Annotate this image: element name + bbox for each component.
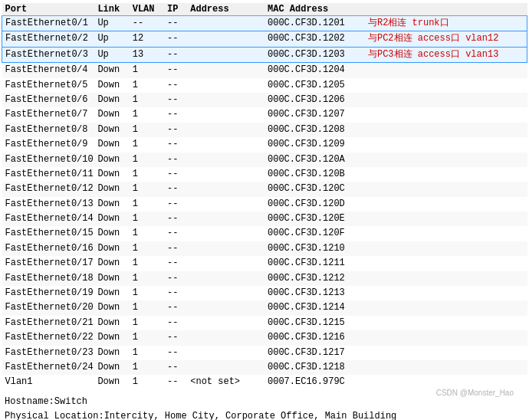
cell-vlan: 1 bbox=[130, 271, 164, 286]
cell-note bbox=[365, 226, 527, 241]
cell-link: Down bbox=[94, 153, 129, 167]
cell-link: Up bbox=[94, 47, 129, 62]
table-row: FastEthernet0/8Down1--000C.CF3D.1208 bbox=[2, 123, 527, 137]
cell-mac: 0007.EC16.979C bbox=[264, 375, 365, 389]
cell-link: Down bbox=[94, 375, 129, 389]
cell-addr bbox=[187, 271, 264, 286]
cell-mac: 000C.CF3D.1215 bbox=[264, 316, 365, 330]
cell-mac: 000C.CF3D.1208 bbox=[264, 123, 365, 137]
cell-vlan: 1 bbox=[130, 346, 164, 360]
cell-ip: -- bbox=[164, 31, 187, 47]
cell-mac: 000C.CF3D.1205 bbox=[264, 78, 365, 93]
cell-link: Up bbox=[94, 16, 129, 31]
cell-addr bbox=[187, 16, 264, 31]
cell-vlan: 1 bbox=[130, 123, 164, 137]
cell-addr bbox=[187, 93, 264, 107]
col-header-port: Port bbox=[2, 3, 95, 16]
table-row: FastEthernet0/21Down1--000C.CF3D.1215 bbox=[2, 316, 527, 330]
cell-note bbox=[365, 286, 527, 300]
cell-vlan: 1 bbox=[130, 78, 164, 93]
cell-ip: -- bbox=[164, 256, 187, 271]
cell-addr bbox=[187, 360, 264, 375]
cell-ip: -- bbox=[164, 123, 187, 137]
cell-addr bbox=[187, 123, 264, 137]
cell-mac: 000C.CF3D.120D bbox=[264, 197, 365, 212]
table-row: Vlan1Down1--<not set>0007.EC16.979C bbox=[2, 375, 527, 389]
cell-vlan: 1 bbox=[130, 197, 164, 212]
cell-ip: -- bbox=[164, 153, 187, 167]
physical-label: Physical Location: bbox=[5, 409, 104, 420]
cell-note bbox=[365, 256, 527, 271]
cell-ip: -- bbox=[164, 182, 187, 196]
table-row: FastEthernet0/4Down1--000C.CF3D.1204 bbox=[2, 63, 527, 78]
cell-note: 与PC2相连 access口 vlan12 bbox=[365, 31, 527, 47]
cell-link: Down bbox=[94, 93, 129, 107]
table-row: FastEthernet0/20Down1--000C.CF3D.1214 bbox=[2, 300, 527, 315]
cell-vlan: 1 bbox=[130, 93, 164, 107]
cell-ip: -- bbox=[164, 197, 187, 212]
cell-mac: 000C.CF3D.1216 bbox=[264, 330, 365, 345]
cell-mac: 000C.CF3D.1213 bbox=[264, 286, 365, 300]
cell-ip: -- bbox=[164, 93, 187, 107]
cell-ip: -- bbox=[164, 167, 187, 182]
col-header-mac: MAC Address bbox=[264, 3, 365, 16]
cell-mac: 000C.CF3D.120B bbox=[264, 167, 365, 182]
cell-addr bbox=[187, 47, 264, 62]
table-row: FastEthernet0/13Down1--000C.CF3D.120D bbox=[2, 197, 527, 212]
cell-link: Down bbox=[94, 271, 129, 286]
cell-link: Down bbox=[94, 63, 129, 78]
cell-addr bbox=[187, 316, 264, 330]
cell-link: Down bbox=[94, 78, 129, 93]
cell-port: FastEthernet0/20 bbox=[2, 300, 95, 315]
cell-mac: 000C.CF3D.1202 bbox=[264, 31, 365, 47]
cell-note bbox=[365, 360, 527, 375]
cell-note bbox=[365, 78, 527, 93]
cell-addr bbox=[187, 300, 264, 315]
cell-link: Down bbox=[94, 256, 129, 271]
cell-addr: <not set> bbox=[187, 375, 264, 389]
cell-note bbox=[365, 212, 527, 226]
cell-note bbox=[365, 182, 527, 196]
cell-port: FastEthernet0/18 bbox=[2, 271, 95, 286]
cell-note: 与R2相连 trunk口 bbox=[365, 16, 527, 31]
table-row: FastEthernet0/12Down1--000C.CF3D.120C bbox=[2, 182, 527, 196]
cell-mac: 000C.CF3D.1204 bbox=[264, 63, 365, 78]
cell-addr bbox=[187, 197, 264, 212]
cell-port: FastEthernet0/14 bbox=[2, 212, 95, 226]
cell-link: Up bbox=[94, 31, 129, 47]
cell-port: FastEthernet0/10 bbox=[2, 153, 95, 167]
cell-note bbox=[365, 107, 527, 122]
cell-ip: -- bbox=[164, 360, 187, 375]
cell-vlan: 1 bbox=[130, 212, 164, 226]
cell-ip: -- bbox=[164, 271, 187, 286]
cell-ip: -- bbox=[164, 330, 187, 345]
cell-vlan: 1 bbox=[130, 300, 164, 315]
cell-ip: -- bbox=[164, 16, 187, 31]
cell-ip: -- bbox=[164, 286, 187, 300]
cell-link: Down bbox=[94, 182, 129, 196]
cell-vlan: 1 bbox=[130, 241, 164, 256]
cell-vlan: 1 bbox=[130, 153, 164, 167]
port-table: Port Link VLAN IP Address MAC Address Fa… bbox=[2, 3, 527, 390]
cell-link: Down bbox=[94, 316, 129, 330]
col-header-note bbox=[365, 3, 527, 16]
cell-port: FastEthernet0/17 bbox=[2, 256, 95, 271]
physical-cont: Main Building bbox=[325, 411, 397, 420]
cell-link: Down bbox=[94, 360, 129, 375]
cell-ip: -- bbox=[164, 241, 187, 256]
cell-addr bbox=[187, 346, 264, 360]
table-row: FastEthernet0/19Down1--000C.CF3D.1213 bbox=[2, 286, 527, 300]
cell-note bbox=[365, 316, 527, 330]
cell-note bbox=[365, 300, 527, 315]
cell-mac: 000C.CF3D.1210 bbox=[264, 241, 365, 256]
cell-vlan: 1 bbox=[130, 286, 164, 300]
cell-ip: -- bbox=[164, 137, 187, 152]
physical-value: Intercity, Home City, Corporate Office, … bbox=[104, 409, 397, 420]
col-header-address: Address bbox=[187, 3, 264, 16]
cell-port: FastEthernet0/16 bbox=[2, 241, 95, 256]
cell-note: 与PC3相连 access口 vlan13 bbox=[365, 47, 527, 62]
hostname-value: Switch bbox=[54, 395, 87, 409]
cell-port: FastEthernet0/13 bbox=[2, 197, 95, 212]
cell-port: FastEthernet0/21 bbox=[2, 316, 95, 330]
cell-mac: 000C.CF3D.1206 bbox=[264, 93, 365, 107]
